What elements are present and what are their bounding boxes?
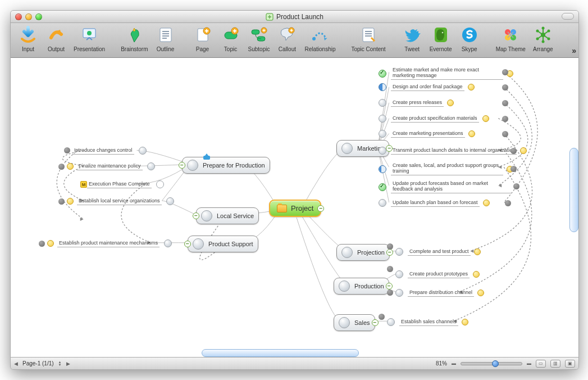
relationship-dot — [502, 100, 508, 106]
leaf-pr-dist[interactable]: Prepare distribution channel — [395, 289, 484, 297]
topic-icon — [220, 24, 241, 46]
relationship-icon — [309, 24, 331, 46]
canvas[interactable]: Project − Prepare for Production − Local… — [11, 58, 578, 357]
status-circle-icon — [379, 199, 386, 207]
relationship-dot — [513, 183, 519, 189]
node-localservice[interactable]: Local Service − — [196, 207, 259, 224]
node-project[interactable]: Project − — [269, 200, 321, 217]
callout-button[interactable]: Callout — [273, 24, 301, 52]
page-icon — [192, 24, 213, 46]
status-circle-icon — [166, 197, 174, 205]
expander-icon[interactable]: − — [193, 212, 199, 219]
leaf-label: Establish sales channels — [399, 319, 458, 326]
zoom-in-button[interactable]: ▬ — [527, 361, 531, 366]
tweet-button[interactable]: Tweet — [398, 24, 426, 52]
status-circle-icon — [395, 248, 403, 256]
scrollbar-horizontal[interactable] — [202, 349, 359, 357]
leaf-label: Introduce changes control — [72, 147, 134, 155]
statusbar: ◀ Page-1 (1/1) ▲▼ ▶ 81% ▬ ▬ ▭ ▥ ▣ — [11, 357, 578, 369]
evernote-icon — [430, 24, 452, 46]
svg-point-26 — [541, 27, 544, 30]
svg-point-12 — [312, 37, 316, 40]
view-mode-button-2[interactable]: ▥ — [550, 360, 560, 368]
status-circle-icon — [201, 210, 212, 221]
status-circle-icon — [379, 147, 386, 155]
node-sales[interactable]: Sales − — [334, 314, 375, 331]
minimize-button[interactable] — [25, 13, 32, 20]
leaf-label: Update product forecasts based on market… — [391, 180, 512, 193]
subtopic-button[interactable]: Subtopic — [245, 24, 274, 52]
leaf-label: Finalize maintenance policy — [77, 163, 143, 170]
toolbar: Input Output Presentation Brains — [11, 23, 578, 58]
leaf-pj-complete[interactable]: Complete and test product — [395, 248, 481, 256]
leaf-pr-proto[interactable]: Create product prototypes — [395, 270, 480, 278]
expander-icon[interactable]: − — [317, 205, 324, 212]
leaf-establish-sv[interactable]: Establish local service organizations — [67, 197, 174, 205]
titlebar: Product Launch — [11, 11, 578, 23]
input-button[interactable]: Input — [14, 24, 42, 52]
leaf-m-press[interactable]: Create press releases — [379, 99, 454, 107]
outline-button[interactable]: Outline — [152, 24, 180, 52]
leaf-label: Create sales, local, and product support… — [391, 162, 503, 175]
next-page-button[interactable]: ▶ — [66, 361, 70, 367]
view-mode-button-3[interactable]: ▣ — [565, 360, 575, 368]
svg-point-27 — [541, 40, 544, 43]
toolbar-overflow-button[interactable]: » — [572, 46, 576, 55]
clock-icon — [47, 240, 54, 247]
view-mode-button-1[interactable]: ▭ — [536, 360, 546, 368]
scrollbar-vertical[interactable] — [569, 148, 578, 232]
page-button[interactable]: Page — [189, 24, 217, 52]
leaf-m-transmit[interactable]: Transmit product launch details to inter… — [379, 147, 527, 155]
prev-page-button[interactable]: ◀ — [14, 361, 18, 367]
leaf-m-design[interactable]: Design and order final package — [379, 83, 475, 91]
topiccontent-button[interactable]: Topic Content — [348, 24, 389, 52]
arrange-button[interactable]: Arrange — [529, 24, 557, 52]
node-projection[interactable]: Projection − — [336, 244, 390, 261]
expander-icon[interactable]: − — [372, 319, 379, 326]
zoom-slider-knob[interactable] — [492, 360, 499, 367]
expander-icon[interactable]: − — [179, 162, 185, 169]
relationship-dot — [58, 164, 65, 170]
leaf-m-training[interactable]: Create sales, local, and product support… — [379, 162, 513, 175]
progress-icon — [379, 165, 386, 173]
clock-icon — [468, 84, 475, 91]
page-stepper[interactable]: ▲▼ — [58, 361, 62, 367]
zoom-button[interactable] — [35, 13, 42, 20]
leaf-execution[interactable]: Execution Phase Complete M — [78, 180, 164, 188]
relationship-dot — [510, 166, 517, 172]
node-productsupport[interactable]: Product Support − — [188, 236, 258, 252]
input-icon — [17, 24, 39, 46]
output-button[interactable]: Output — [42, 24, 70, 52]
toolbar-toggle-button[interactable] — [562, 13, 574, 20]
expander-icon[interactable]: − — [386, 249, 393, 256]
node-label: Projection — [357, 249, 385, 256]
leaf-s-channels[interactable]: Establish sales channels — [387, 318, 468, 326]
skype-button[interactable]: Skype — [455, 24, 484, 52]
leaf-finalize[interactable]: Finalize maintenance policy — [67, 162, 155, 170]
maptheme-button[interactable]: Map Theme — [493, 24, 529, 52]
zoom-out-button[interactable]: ▬ — [452, 361, 456, 366]
brainstorm-button[interactable]: Brainstorm — [117, 24, 151, 52]
leaf-m-estimate[interactable]: Estimate market and make more exact mark… — [379, 67, 513, 80]
leaf-introduce[interactable]: Introduce changes control — [72, 147, 147, 155]
status-circle-icon — [341, 143, 353, 154]
leaf-establish-pm[interactable]: Establish product maintenance mechanisms — [47, 239, 172, 247]
relationship-button[interactable]: Relationship — [301, 24, 339, 52]
topic-button[interactable]: Topic — [217, 24, 245, 52]
expander-icon[interactable]: − — [184, 241, 191, 247]
close-button[interactable] — [15, 13, 22, 20]
status-circle-icon — [387, 318, 395, 326]
leaf-m-launchplan[interactable]: Update launch plan based on forecast — [379, 199, 490, 207]
evernote-button[interactable]: Evernote — [426, 24, 455, 52]
node-production[interactable]: Production − — [334, 278, 389, 295]
presentation-button[interactable]: Presentation — [70, 24, 108, 52]
expander-icon[interactable]: − — [386, 283, 393, 289]
leaf-m-presentations[interactable]: Create marketing presentations — [379, 130, 475, 138]
leaf-m-forecasts[interactable]: Update product forecasts based on market… — [379, 180, 512, 193]
svg-point-2 — [87, 31, 92, 35]
status-circle-icon — [395, 289, 403, 297]
leaf-m-spec[interactable]: Create product specification materials — [379, 115, 489, 123]
relationship-dot — [39, 241, 45, 247]
node-prepare[interactable]: Prepare for Production − — [182, 157, 270, 174]
zoom-slider[interactable] — [461, 362, 522, 365]
